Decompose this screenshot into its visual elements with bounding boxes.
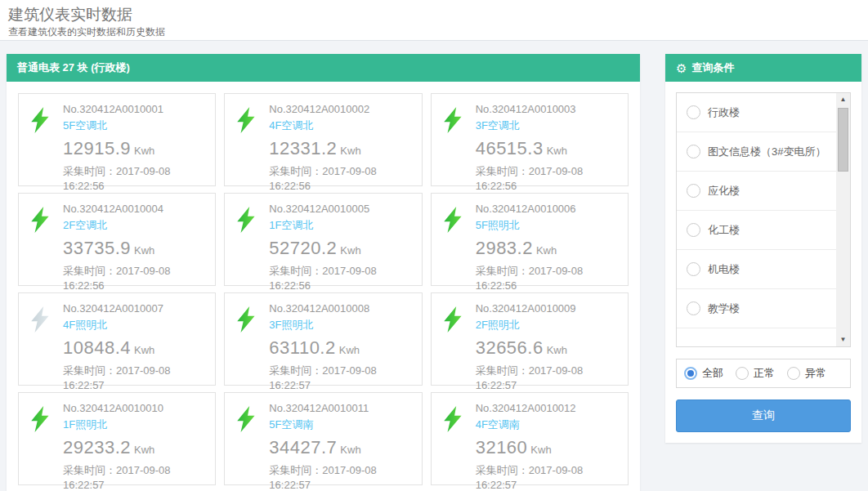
meter-value: 32656.6 — [476, 337, 544, 358]
meter-unit: Kwh — [547, 145, 567, 157]
meter-number: No.320412A0010007 — [63, 301, 171, 317]
meter-number: No.320412A0010006 — [476, 202, 584, 217]
collect-date-line: 采集时间：2017-09-08 — [476, 463, 584, 479]
query-button[interactable]: 查询 — [676, 399, 851, 432]
meter-unit: Kwh — [134, 244, 154, 257]
status-option[interactable]: 全部 — [684, 366, 723, 381]
lightning-bolt-icon — [443, 207, 466, 277]
collect-date-line: 采集时间：2017-09-08 — [63, 463, 171, 479]
lightning-bolt-icon — [443, 406, 466, 476]
scroll-down-arrow[interactable]: ▼ — [836, 333, 850, 346]
meter-card-info: No.320412A0010009 2F照明北 32656.6Kwh 采集时间：… — [476, 301, 584, 377]
meter-name-link[interactable]: 5F空调北 — [63, 118, 171, 134]
building-items: 行政楼图文信息楼（3#变电所）应化楼化工楼机电楼教学楼 — [677, 93, 836, 328]
collect-date-line: 采集时间：2017-09-08 — [269, 164, 377, 180]
building-option[interactable]: 应化楼 — [677, 172, 836, 211]
building-option-label: 图文信息楼（3#变电所） — [708, 145, 825, 159]
meter-card-info: No.320412A0010008 3F照明北 63110.2Kwh 采集时间：… — [269, 301, 377, 377]
collect-date-line: 采集时间：2017-09-08 — [63, 264, 171, 279]
meter-card: No.320412A0010004 2F空调北 33735.9Kwh 采集时间：… — [18, 193, 216, 286]
collect-time: 采集时间：2017-09-08 16:22:56 — [63, 264, 171, 295]
collect-time: 采集时间：2017-09-08 16:22:57 — [63, 364, 171, 395]
building-option[interactable]: 图文信息楼（3#变电所） — [677, 132, 836, 172]
collect-time: 采集时间：2017-09-08 16:22:57 — [63, 463, 171, 491]
meter-number: No.320412A0010005 — [269, 202, 377, 217]
radio-button-icon[interactable] — [687, 145, 700, 158]
building-option[interactable]: 行政楼 — [677, 93, 836, 132]
meter-name-link[interactable]: 1F照明北 — [63, 417, 171, 433]
meter-unit: Kwh — [536, 244, 557, 257]
page-subtitle: 查看建筑仪表的实时数据和历史数据 — [8, 25, 860, 39]
scroll-up-arrow[interactable]: ▲ — [836, 93, 850, 106]
meter-value: 32160 — [476, 437, 528, 458]
meter-unit: Kwh — [134, 145, 154, 157]
meter-name-link[interactable]: 4F空调南 — [476, 417, 584, 433]
building-option-label: 行政楼 — [708, 105, 740, 120]
collect-time: 采集时间：2017-09-08 16:22:57 — [269, 364, 377, 395]
meter-value: 29233.2 — [63, 437, 131, 458]
meter-reading: 46515.3Kwh — [476, 136, 584, 162]
meter-unit: Kwh — [134, 344, 154, 356]
collect-time: 采集时间：2017-09-08 16:22:56 — [476, 264, 584, 295]
status-option[interactable]: 异常 — [787, 366, 826, 381]
radio-button-icon[interactable] — [687, 223, 700, 237]
collect-date-line: 采集时间：2017-09-08 — [269, 264, 377, 279]
meter-name-link[interactable]: 4F空调北 — [269, 118, 377, 134]
lightning-bolt-icon — [443, 107, 466, 177]
meter-number: No.320412A0010009 — [476, 301, 584, 317]
radio-button-icon[interactable] — [736, 367, 749, 380]
meter-reading: 32656.6Kwh — [476, 335, 584, 361]
building-option[interactable]: 机电楼 — [677, 250, 836, 289]
query-panel-title: 查询条件 — [691, 54, 734, 82]
scrollbar-thumb[interactable] — [838, 108, 848, 172]
lightning-bolt-icon — [30, 406, 53, 476]
lightning-bolt-icon — [236, 406, 259, 476]
meter-name-link[interactable]: 2F照明北 — [476, 318, 584, 333]
building-option[interactable]: 化工楼 — [677, 211, 836, 250]
meter-name-link[interactable]: 2F空调北 — [63, 218, 171, 234]
meter-name-link[interactable]: 3F照明北 — [269, 318, 377, 333]
meter-number: No.320412A0010004 — [63, 202, 171, 217]
meter-card-info: No.320412A0010010 1F照明北 29233.2Kwh 采集时间：… — [63, 401, 171, 476]
meter-name-link[interactable]: 4F照明北 — [63, 318, 171, 333]
radio-button-icon[interactable] — [687, 184, 700, 198]
building-option-label: 应化楼 — [708, 184, 740, 199]
meter-card: No.320412A0010002 4F空调北 12331.2Kwh 采集时间：… — [224, 93, 422, 186]
status-filter-group: 全部正常异常 — [676, 359, 851, 388]
meter-reading: 34427.7Kwh — [269, 435, 377, 461]
radio-button-icon[interactable] — [687, 262, 700, 276]
meter-reading: 12915.9Kwh — [63, 136, 171, 162]
collect-date-line: 采集时间：2017-09-08 — [476, 264, 584, 279]
status-option[interactable]: 正常 — [736, 366, 775, 381]
meter-reading: 32160Kwh — [476, 435, 584, 461]
meter-name-link[interactable]: 5F空调南 — [269, 417, 377, 433]
building-option-label: 教学楼 — [708, 301, 740, 316]
gear-icon: ⚙ — [676, 62, 687, 74]
meter-card-info: No.320412A0010003 3F空调北 46515.3Kwh 采集时间：… — [476, 102, 584, 177]
collect-time-line: 16:22:57 — [63, 478, 171, 491]
meter-value: 12331.2 — [269, 138, 337, 158]
collect-time-line: 16:22:57 — [269, 478, 377, 491]
meter-card: No.320412A0010001 5F空调北 12915.9Kwh 采集时间：… — [18, 93, 216, 186]
meter-unit: Kwh — [340, 145, 360, 157]
meter-name-link[interactable]: 5F照明北 — [476, 218, 584, 234]
radio-button-icon[interactable] — [684, 367, 697, 380]
lightning-bolt-icon — [30, 107, 53, 177]
meter-reading: 52720.2Kwh — [269, 235, 377, 261]
meter-card-info: No.320412A0010005 1F空调北 52720.2Kwh 采集时间：… — [269, 202, 377, 277]
collect-time: 采集时间：2017-09-08 16:22:57 — [269, 463, 377, 491]
page-title: 建筑仪表实时数据 — [8, 6, 860, 25]
radio-button-icon[interactable] — [687, 301, 700, 315]
building-option-label: 化工楼 — [708, 223, 740, 238]
collect-time: 采集时间：2017-09-08 16:22:56 — [269, 164, 377, 195]
meter-number: No.320412A0010012 — [476, 401, 584, 417]
radio-button-icon[interactable] — [787, 367, 800, 380]
collect-time: 采集时间：2017-09-08 16:22:57 — [476, 463, 584, 491]
meter-name-link[interactable]: 3F空调北 — [476, 118, 584, 134]
scrollbar[interactable]: ▲ ▼ — [836, 93, 850, 346]
lightning-bolt-icon — [236, 107, 259, 177]
collect-time: 采集时间：2017-09-08 16:22:57 — [476, 364, 584, 395]
meter-name-link[interactable]: 1F空调北 — [269, 218, 377, 234]
building-option[interactable]: 教学楼 — [677, 289, 836, 328]
radio-button-icon[interactable] — [687, 105, 700, 119]
